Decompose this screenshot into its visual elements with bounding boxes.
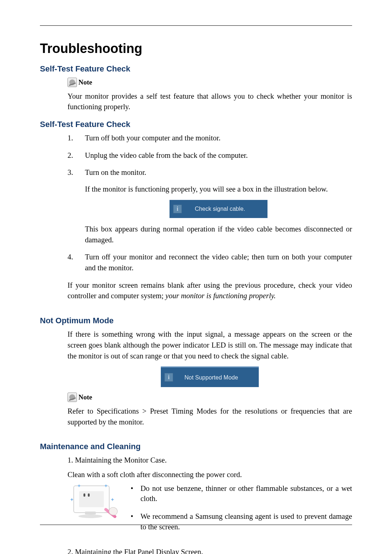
note-label: Note [78,77,92,87]
section-heading-selftest-1: Self-Test Feature Check [40,64,352,74]
step-number: 2. [68,150,75,161]
sparkle-icon: ✦ [110,496,115,504]
section-heading-notoptimum: Not Optimum Mode [40,316,352,325]
osd-text: Check signal cable. [182,205,268,213]
note-row: Note [68,392,352,402]
page-title: Troubleshooting [40,41,352,56]
step-text: Turn off both your computer and the moni… [85,133,352,144]
notoptimum-body: If there is something wrong with the inp… [68,329,352,361]
pencil-note-icon [68,393,77,402]
list-item: 4. Turn off your monitor and reconnect t… [68,252,352,273]
sparkle-icon: ✦ [104,483,108,490]
selftest2-content: 1. Turn off both your computer and the m… [68,133,352,301]
list-item: 3. Turn on the monitor. If the monitor i… [68,167,352,245]
step-number: 4. [68,252,75,263]
maint-item1-body: Clean with a soft cloth after disconnect… [68,469,352,480]
sparkle-icon: ✦ [77,483,81,490]
list-item: 2. Unplug the video cable from the back … [68,150,352,161]
after-italic: your monitor is functioning properly. [166,292,276,300]
maintenance-flex: ✦ ✦ ✦ ✦ • Do not use benzene, thinner or… [68,483,352,539]
osd-not-supported: Not Supported Mode [161,366,259,387]
note-label: Note [78,392,92,402]
info-icon [173,205,182,213]
osd-check-signal: Check signal cable. [170,200,268,218]
sparkle-icon: ✦ [70,496,74,504]
section-heading-maintenance: Maintenance and Cleaning [40,442,352,451]
note-body-text: Refer to Specifications > Preset Timing … [68,406,352,427]
page: Troubleshooting Self-Test Feature Check … [0,0,392,554]
monitor-cleaning-illustration: ✦ ✦ ✦ ✦ [68,483,118,523]
list-item: • We recommend a Samsung cleansing agent… [131,511,352,532]
selftest1-content: Note Your monitor provides a self test f… [68,77,352,112]
pencil-note-icon [68,78,77,87]
step-body: Turn on the monitor. If the monitor is f… [85,167,352,245]
top-rule [40,25,352,26]
list-item: 1. Turn off both your computer and the m… [68,133,352,144]
section-heading-selftest-2: Self-Test Feature Check [40,120,352,129]
note-row: Note [68,77,352,87]
tip-text: Do not use benzene, thinner or other fla… [140,483,352,504]
step-text: Turn on the monitor. [85,168,146,176]
note-body-text: Your monitor provides a self test featur… [68,91,352,112]
notoptimum-content: If there is something wrong with the inp… [68,329,352,427]
hand-brush-icon [104,506,120,522]
osd-text: Not Supported Mode [173,373,259,382]
bullet-icon: • [131,483,133,493]
step3-sub1: If the monitor is functioning properly, … [85,184,352,195]
maintenance-tips: • Do not use benzene, thinner or other f… [131,483,352,539]
list-item: • Do not use benzene, thinner or other f… [131,483,352,504]
step-text: Unplug the video cable from the back of … [85,150,352,161]
bullet-icon: • [131,511,133,521]
step-text: Turn off your monitor and reconnect the … [85,252,352,273]
info-icon [164,373,173,382]
bottom-rule [40,525,352,525]
maint-item2-label: 2. Maintaining the Flat Panel Display Sc… [68,547,352,554]
step3-sub2: This box appears during normal operation… [85,224,352,245]
selftest-steps: 1. Turn off both your computer and the m… [68,133,352,274]
maintenance-content: 1. Maintaining the Monitor Case. Clean w… [68,455,352,554]
step-number: 1. [68,133,75,144]
tip-text: We recommend a Samsung cleansing agent i… [140,511,352,532]
step-number: 3. [68,167,75,178]
maint-item1-label: 1. Maintaining the Monitor Case. [68,455,352,466]
selftest-after: If your monitor screen remains blank aft… [68,280,352,301]
